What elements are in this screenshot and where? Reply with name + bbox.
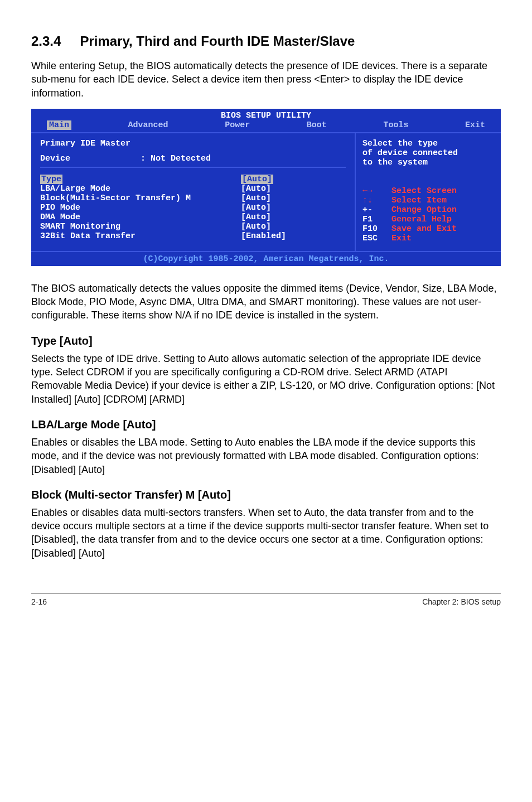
sub-heading-block: Block (Multi-sector Transfer) M [Auto] xyxy=(31,489,501,501)
sub-body-type: Selects the type of IDE drive. Setting t… xyxy=(31,352,501,406)
bios-item-value: [Auto] xyxy=(241,184,271,194)
page-number: 2-16 xyxy=(31,597,47,606)
bios-key-desc: Save and Exit xyxy=(391,224,457,234)
sub-body-lba: Enables or disables the LBA mode. Settin… xyxy=(31,436,501,476)
bios-item-label: Block(Multi-Sector Transfer) M xyxy=(40,194,241,203)
bios-header-label: Primary IDE Master xyxy=(40,139,241,148)
bios-key-desc: Select Screen xyxy=(391,186,457,196)
bios-key: F10 xyxy=(362,224,391,234)
bios-item-label: DMA Mode xyxy=(40,212,241,222)
bios-item-value: [Auto] xyxy=(241,212,271,222)
bios-device-value: : Not Detected xyxy=(141,154,211,163)
bios-tab-exit[interactable]: Exit xyxy=(465,120,485,130)
bios-help-line: of device connected xyxy=(362,148,494,158)
bios-screenshot: BIOS SETUP UTILITY Main Advanced Power B… xyxy=(31,109,501,266)
sub-body-block: Enables or disables data multi-sectors t… xyxy=(31,506,501,560)
bios-key-desc: Exit xyxy=(391,234,412,243)
bios-key: ←→ xyxy=(362,186,391,196)
bios-device-label: Device xyxy=(40,154,141,163)
page-footer: 2-16 Chapter 2: BIOS setup xyxy=(31,593,501,606)
bios-item-value: [Auto] xyxy=(241,194,271,203)
bios-key-desc: Select Item xyxy=(391,196,447,205)
bios-item-label: 32Bit Data Transfer xyxy=(40,231,241,241)
section-heading: 2.3.4Primary, Third and Fourth IDE Maste… xyxy=(31,33,501,49)
bios-device-row: Device : Not Detected xyxy=(40,154,346,168)
bios-key: ESC xyxy=(362,234,391,243)
chapter-label: Chapter 2: BIOS setup xyxy=(422,597,501,606)
bios-item-label: LBA/Large Mode xyxy=(40,184,241,194)
sub-heading-type: Type [Auto] xyxy=(31,335,501,347)
bios-item-block[interactable]: Block(Multi-Sector Transfer) M [Auto] xyxy=(40,194,346,203)
bios-item-label: Type xyxy=(40,175,62,184)
bios-header-item: Primary IDE Master xyxy=(40,139,346,148)
bios-help-text: Select the type of device connected to t… xyxy=(362,139,494,167)
bios-help-line: to the system xyxy=(362,158,494,167)
bios-item-smart[interactable]: SMART Monitoring [Auto] xyxy=(40,222,346,231)
bios-item-type[interactable]: Type [Auto] xyxy=(40,175,346,184)
bios-tab-advanced[interactable]: Advanced xyxy=(128,120,168,130)
bios-item-value: [Auto] xyxy=(241,203,271,212)
bios-right-pane: Select the type of device connected to t… xyxy=(356,133,501,251)
after-bios-paragraph: The BIOS automatically detects the value… xyxy=(31,282,501,322)
bios-item-pio[interactable]: PIO Mode [Auto] xyxy=(40,203,346,212)
bios-item-label: SMART Monitoring xyxy=(40,222,241,231)
bios-key-desc: Change Option xyxy=(391,205,457,215)
bios-key: ↑↓ xyxy=(362,196,391,205)
bios-left-pane: Primary IDE Master Device : Not Detected… xyxy=(31,133,356,251)
bios-key: +- xyxy=(362,205,391,215)
section-title: Primary, Third and Fourth IDE Master/Sla… xyxy=(80,33,355,49)
bios-item-dma[interactable]: DMA Mode [Auto] xyxy=(40,212,346,222)
bios-item-value: [Auto] xyxy=(241,222,271,231)
sub-heading-lba: LBA/Large Mode [Auto] xyxy=(31,418,501,431)
bios-tab-tools[interactable]: Tools xyxy=(383,120,408,130)
bios-copyright: (C)Copyright 1985-2002, American Megatre… xyxy=(31,252,501,266)
bios-menu-bar: Main Advanced Power Boot Tools Exit xyxy=(31,120,501,132)
bios-item-label: PIO Mode xyxy=(40,203,241,212)
bios-key-legend: ←→Select Screen ↑↓Select Item +-Change O… xyxy=(362,186,494,243)
bios-item-value: [Enabled] xyxy=(241,231,286,241)
bios-key: F1 xyxy=(362,215,391,224)
bios-key-desc: General Help xyxy=(391,215,452,224)
bios-item-lba[interactable]: LBA/Large Mode [Auto] xyxy=(40,184,346,194)
intro-paragraph: While entering Setup, the BIOS automatic… xyxy=(31,59,501,100)
bios-tab-main[interactable]: Main xyxy=(47,120,71,130)
bios-items: Type [Auto] LBA/Large Mode [Auto] Block(… xyxy=(40,175,346,241)
bios-tab-boot[interactable]: Boot xyxy=(307,120,327,130)
bios-help-line: Select the type xyxy=(362,139,494,148)
bios-title: BIOS SETUP UTILITY xyxy=(31,109,501,120)
bios-item-32bit[interactable]: 32Bit Data Transfer [Enabled] xyxy=(40,231,346,241)
bios-tab-power[interactable]: Power xyxy=(225,120,250,130)
section-number: 2.3.4 xyxy=(31,33,61,49)
bios-item-value: [Auto] xyxy=(241,175,273,184)
